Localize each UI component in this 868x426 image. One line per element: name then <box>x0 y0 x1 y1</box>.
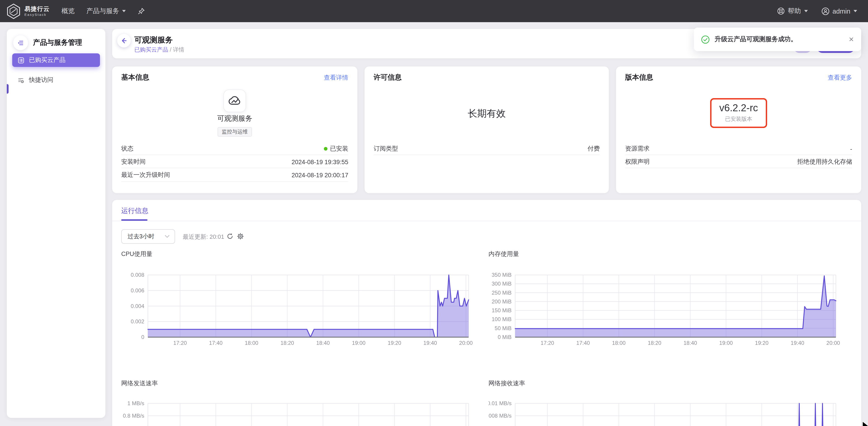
svg-text:350 MiB: 350 MiB <box>492 272 512 278</box>
license-validity: 长期有效 <box>365 107 609 120</box>
svg-text:0: 0 <box>141 334 144 340</box>
breadcrumb-separator: / <box>168 46 173 53</box>
installed-version-note: 已安装版本 <box>712 115 766 123</box>
divider <box>121 168 348 168</box>
tab-bar-divider <box>112 221 861 221</box>
version-highlight-annotation: v6.2.2-rc 已安装版本 <box>710 98 767 128</box>
sidebar-item-label: 已购买云产品 <box>29 56 66 64</box>
nav-overview[interactable]: 概览 <box>62 7 74 15</box>
installed-version: v6.2.2-rc <box>712 102 766 114</box>
svg-text:18:40: 18:40 <box>683 340 697 346</box>
time-range-select[interactable]: 过去3小时 <box>121 229 175 244</box>
svg-text:19:40: 19:40 <box>423 340 437 346</box>
svg-text:18:40: 18:40 <box>316 340 330 346</box>
svg-text:19:00: 19:00 <box>719 340 733 346</box>
svg-text:18:20: 18:20 <box>648 340 661 346</box>
version-info-card: 版本信息 查看更多 v6.2.2-rc 已安装版本 资源需求 - 权限声明 拒绝… <box>616 66 861 193</box>
card-title: 许可信息 <box>374 73 402 82</box>
svg-text:150 MiB: 150 MiB <box>492 307 512 314</box>
svg-text:50 MiB: 50 MiB <box>495 325 512 331</box>
svg-text:20:00: 20:00 <box>459 340 473 346</box>
card-title: 基本信息 <box>121 73 149 82</box>
breadcrumb-current: 详情 <box>173 46 184 53</box>
list-icon <box>18 57 24 64</box>
info-row: 最近一次升级时间 2024-08-19 20:00:17 <box>121 170 348 179</box>
back-button[interactable] <box>117 34 131 47</box>
quick-access-icon <box>18 77 24 84</box>
svg-text:250 MiB: 250 MiB <box>492 290 512 296</box>
info-row: 订阅类型 付费 <box>374 144 600 153</box>
view-details-link[interactable]: 查看详情 <box>324 74 348 82</box>
sidebar-item-quick-access[interactable]: 快捷访问 <box>12 74 100 86</box>
svg-text:0.006 MB/s: 0.006 MB/s <box>489 425 512 426</box>
svg-text:0.008 MB/s: 0.008 MB/s <box>489 413 512 419</box>
refresh-icon[interactable] <box>226 232 234 240</box>
product-icon-box <box>223 90 246 112</box>
svg-text:20:00: 20:00 <box>827 340 840 346</box>
divider <box>625 168 852 168</box>
tab-running-info[interactable]: 运行信息 <box>121 207 148 215</box>
screen: 易捷行云 EasyStack 概览 产品与服务 帮助 <box>0 0 868 426</box>
divider <box>374 155 600 155</box>
logo-text-en: EasyStack <box>24 13 50 17</box>
gear-icon[interactable] <box>237 232 244 240</box>
network-send-chart: 1 MB/s0.8 MB/s0.6 MB/s0.4 MB/s0.2 MB/s01… <box>121 397 478 426</box>
info-row: 权限声明 拒绝使用持久化存储 <box>625 157 852 166</box>
svg-text:0 MiB: 0 MiB <box>498 334 512 340</box>
network-receive-chart: 0.01 MB/s0.008 MB/s0.006 MB/s0.004 MB/s0… <box>489 397 846 426</box>
breadcrumb: 已购买云产品 / 详情 <box>134 46 184 54</box>
svg-text:0.8 MB/s: 0.8 MB/s <box>123 413 144 419</box>
pin-button[interactable] <box>137 7 145 15</box>
success-toast: 升级云产品可观测服务成功。 ✕ <box>694 28 861 51</box>
sidebar-item-purchased-products[interactable]: 已购买云产品 <box>12 53 100 67</box>
status-value: 已安装 <box>330 145 348 153</box>
svg-text:19:20: 19:20 <box>755 340 769 346</box>
success-check-icon <box>701 35 710 44</box>
breadcrumb-link[interactable]: 已购买云产品 <box>134 46 168 53</box>
toast-message: 升级云产品可观测服务成功。 <box>715 35 797 43</box>
last-update-text: 最近更新: 20:01 <box>183 233 224 241</box>
chevron-down-icon <box>122 10 126 12</box>
user-menu[interactable]: admin <box>821 7 857 15</box>
page-title: 可观测服务 <box>134 35 173 45</box>
active-tab-underline <box>121 219 148 221</box>
net-send-chart-title: 网络发送速率 <box>121 380 158 388</box>
memory-usage-chart: 350 MiB300 MiB250 MiB200 MiB150 MiB100 M… <box>489 268 846 356</box>
svg-text:0.004: 0.004 <box>131 303 144 309</box>
info-row: 资源需求 - <box>625 144 852 153</box>
svg-text:17:40: 17:40 <box>576 340 590 346</box>
chevron-down-icon <box>165 235 169 238</box>
svg-text:1 MB/s: 1 MB/s <box>127 400 144 406</box>
user-icon <box>821 7 829 15</box>
active-item-accent-bar <box>7 84 9 94</box>
svg-text:300 MiB: 300 MiB <box>492 281 512 287</box>
svg-text:200 MiB: 200 MiB <box>492 298 512 304</box>
memory-chart-title: 内存使用量 <box>489 250 519 258</box>
info-row: 安装时间 2024-08-19 19:39:55 <box>121 157 348 166</box>
brand-logo: 易捷行云 EasyStack <box>6 3 50 19</box>
observability-cloud-icon <box>228 95 241 107</box>
logo-icon <box>6 3 21 19</box>
help-icon <box>777 7 784 15</box>
svg-text:0.01 MB/s: 0.01 MB/s <box>489 400 512 406</box>
close-icon[interactable]: ✕ <box>849 36 854 43</box>
arrow-left-icon <box>120 37 128 44</box>
view-more-link[interactable]: 查看更多 <box>828 74 852 82</box>
svg-text:0.008: 0.008 <box>131 272 144 278</box>
svg-text:19:40: 19:40 <box>790 340 804 346</box>
basic-info-card: 基本信息 查看详情 可观测服务 监控与运维 状态 已安装 安装时间 2024-0… <box>112 66 357 193</box>
time-range-value: 过去3小时 <box>128 232 154 240</box>
card-title: 版本信息 <box>625 73 653 82</box>
nav-products-menu[interactable]: 产品与服务 <box>86 7 126 15</box>
svg-text:19:00: 19:00 <box>352 340 366 346</box>
cpu-usage-chart: 0.0080.0060.0040.002017:2017:4018:0018:2… <box>121 268 478 356</box>
chevron-down-icon <box>854 10 857 12</box>
product-name: 可观测服务 <box>112 114 357 124</box>
svg-text:19:20: 19:20 <box>388 340 401 346</box>
sidebar-collapse-button[interactable] <box>13 35 28 50</box>
cpu-chart-title: CPU使用量 <box>121 250 152 258</box>
svg-text:18:00: 18:00 <box>245 340 258 346</box>
svg-text:0.006: 0.006 <box>131 287 144 294</box>
help-menu[interactable]: 帮助 <box>777 7 808 15</box>
category-tag: 监控与运维 <box>218 127 252 137</box>
